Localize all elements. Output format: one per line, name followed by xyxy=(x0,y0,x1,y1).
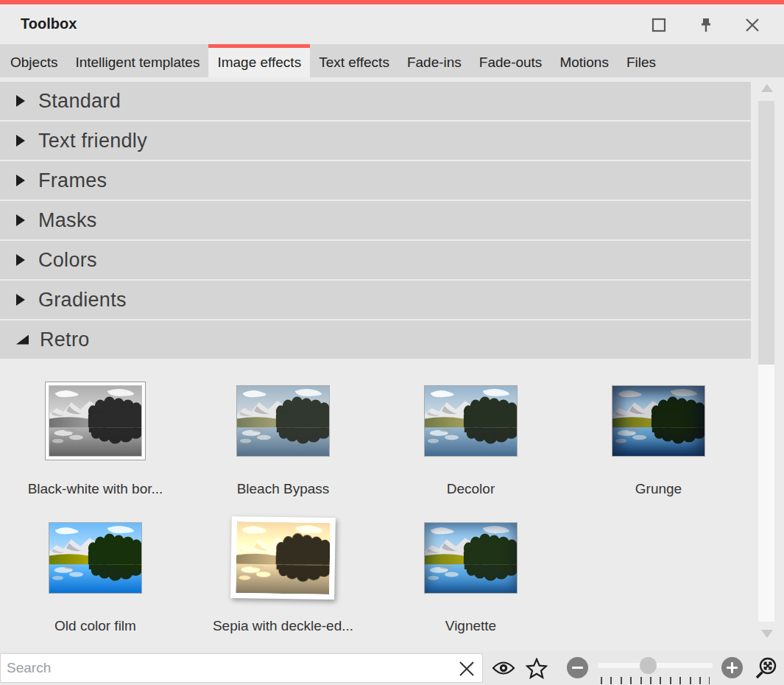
effect-label: Vignette xyxy=(445,618,496,634)
effects-grid: Black-white with bor... Bleach Bypass De… xyxy=(1,359,752,634)
tab-intelligent-templates[interactable]: Intelligent templates xyxy=(66,44,208,77)
scroll-up-icon[interactable] xyxy=(761,84,773,92)
chevron-right-icon xyxy=(16,95,25,107)
category-masks[interactable]: Masks xyxy=(0,201,751,239)
tab-fade-outs[interactable]: Fade-outs xyxy=(470,44,551,77)
effect-label: Grunge xyxy=(635,481,682,497)
zoom-reset-button[interactable] xyxy=(754,656,779,681)
search-input[interactable] xyxy=(1,654,482,682)
tab-fade-ins[interactable]: Fade-ins xyxy=(398,44,470,77)
chevron-right-icon xyxy=(16,294,25,306)
category-colors[interactable]: Colors xyxy=(0,241,751,279)
effect-thumbnail[interactable] xyxy=(424,522,518,594)
chevron-right-icon xyxy=(16,135,25,147)
tab-text-effects[interactable]: Text effects xyxy=(310,44,398,77)
vertical-scrollbar[interactable] xyxy=(757,80,776,639)
maximize-icon xyxy=(651,18,666,32)
category-frames[interactable]: Frames xyxy=(0,161,751,200)
effect-label: Sepia with deckle-ed... xyxy=(213,618,353,634)
effect-thumbnail[interactable] xyxy=(424,385,518,457)
category-label: Standard xyxy=(38,90,121,113)
category-label: Retro xyxy=(40,329,90,351)
category-label: Text friendly xyxy=(38,130,147,152)
tab-motions[interactable]: Motions xyxy=(551,44,618,77)
category-label: Frames xyxy=(38,169,107,192)
pin-icon xyxy=(699,17,713,33)
category-label: Gradients xyxy=(38,289,127,312)
effect-label: Bleach Bypass xyxy=(237,481,330,497)
effect-thumbnail[interactable] xyxy=(236,385,330,457)
favorites-button[interactable] xyxy=(524,656,549,681)
category-retro[interactable]: Retro xyxy=(0,320,751,359)
category-accordion: Standard Text friendly Frames Masks Colo… xyxy=(0,77,751,359)
chevron-right-icon xyxy=(16,175,25,186)
effect-item-grunge[interactable]: Grunge xyxy=(565,379,752,497)
effect-item-black-white-with-border[interactable]: Black-white with bor... xyxy=(1,379,189,497)
scrollbar-thumb[interactable] xyxy=(758,101,774,365)
slider-ticks xyxy=(601,677,710,684)
effect-label: Decolor xyxy=(447,481,495,497)
pin-button[interactable] xyxy=(693,13,718,37)
chevron-right-icon xyxy=(16,214,25,226)
zoom-slider[interactable] xyxy=(598,657,713,681)
zoom-out-button[interactable] xyxy=(567,657,588,678)
minus-icon xyxy=(572,667,583,669)
titlebar[interactable]: Toolbox xyxy=(0,4,784,44)
chevron-expanded-icon xyxy=(16,335,29,345)
window-title: Toolbox xyxy=(21,15,77,32)
eye-icon xyxy=(492,660,515,676)
category-label: Masks xyxy=(38,209,97,232)
effect-item-old-color-film[interactable]: Old color film xyxy=(1,516,189,634)
star-icon xyxy=(526,658,548,679)
category-gradients[interactable]: Gradients xyxy=(0,281,751,319)
effect-thumbnail[interactable] xyxy=(49,522,142,594)
tab-files[interactable]: Files xyxy=(618,44,665,77)
slider-thumb[interactable] xyxy=(640,657,657,674)
tab-objects[interactable]: Objects xyxy=(1,44,66,77)
effect-item-bleach-bypass[interactable]: Bleach Bypass xyxy=(189,379,377,497)
category-standard[interactable]: Standard xyxy=(0,82,751,120)
effect-thumbnail[interactable] xyxy=(230,516,336,599)
scrollbar-track[interactable] xyxy=(758,101,774,622)
effect-item-sepia-deckle[interactable]: Sepia with deckle-ed... xyxy=(189,516,377,634)
effect-thumbnail[interactable] xyxy=(45,382,146,460)
chevron-right-icon xyxy=(16,254,25,266)
close-icon xyxy=(744,17,760,33)
effect-item-vignette[interactable]: Vignette xyxy=(377,516,565,634)
footer-toolbar xyxy=(0,651,784,685)
zoom-reset-icon xyxy=(754,656,779,681)
scroll-down-icon[interactable] xyxy=(761,630,773,638)
tab-image-effects[interactable]: Image effects xyxy=(208,44,310,77)
preview-eye-button[interactable] xyxy=(491,656,516,681)
toolbox-window: Toolbox Objects Intelligent templates Im… xyxy=(0,0,784,685)
tabbar: Objects Intelligent templates Image effe… xyxy=(0,44,784,77)
effect-item-decolor[interactable]: Decolor xyxy=(377,379,565,497)
clear-search-icon[interactable] xyxy=(457,659,476,678)
close-button[interactable] xyxy=(740,13,765,37)
maximize-button[interactable] xyxy=(646,13,671,37)
effect-label: Old color film xyxy=(54,618,136,634)
category-label: Colors xyxy=(38,249,97,272)
search-box[interactable] xyxy=(0,653,483,683)
effect-thumbnail[interactable] xyxy=(612,385,705,457)
effect-label: Black-white with bor... xyxy=(28,481,163,497)
category-text-friendly[interactable]: Text friendly xyxy=(0,122,751,160)
zoom-in-button[interactable] xyxy=(721,657,743,678)
